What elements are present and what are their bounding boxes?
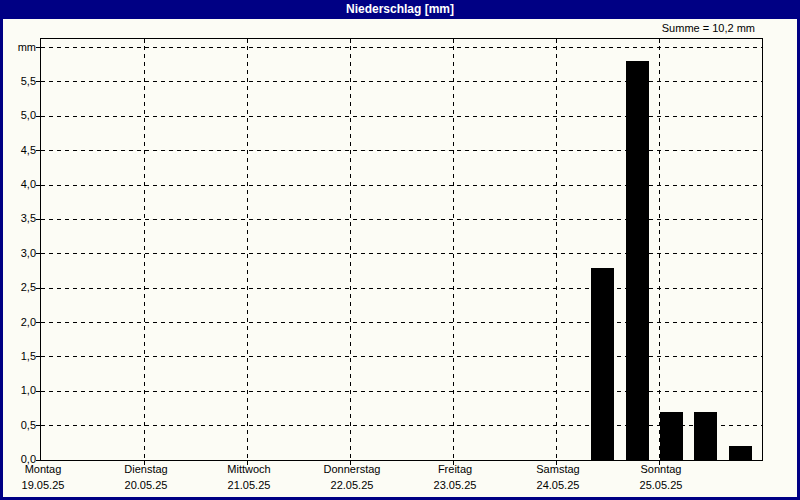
- y-tick-label: 4,0: [3, 178, 36, 191]
- h-gridline: [41, 425, 762, 426]
- y-axis-unit-label: mm: [3, 41, 36, 54]
- precipitation-bar: [729, 446, 752, 460]
- y-axis-tick: [36, 116, 40, 117]
- y-tick-label: 1,5: [3, 350, 36, 363]
- x-axis-top-tick: [144, 39, 145, 43]
- y-axis-tick: [36, 425, 40, 426]
- x-date-label: 20.05.25: [101, 479, 191, 492]
- x-day-label: Sonntag: [616, 463, 706, 476]
- h-gridline: [41, 288, 762, 289]
- x-day-label: Dienstag: [101, 463, 191, 476]
- x-axis-top-tick: [556, 39, 557, 43]
- x-day-label: Mittwoch: [204, 463, 294, 476]
- h-gridline: [41, 253, 762, 254]
- precipitation-bar: [591, 268, 614, 461]
- precipitation-bar: [626, 61, 649, 460]
- y-axis-tick: [36, 185, 40, 186]
- y-axis-tick: [36, 47, 40, 48]
- h-gridline: [41, 322, 762, 323]
- window-titlebar: Niederschlag [mm]: [0, 0, 800, 19]
- x-day-label: Samstag: [513, 463, 603, 476]
- precipitation-bar: [694, 412, 717, 460]
- precipitation-bar: [660, 412, 683, 460]
- y-tick-label: 2,5: [3, 281, 36, 294]
- v-gridline: [144, 46, 145, 460]
- y-axis-tick: [36, 219, 40, 220]
- h-gridline: [41, 356, 762, 357]
- h-gridline: [41, 47, 762, 48]
- h-gridline: [41, 391, 762, 392]
- sum-label: Summe = 10,2 mm: [662, 22, 755, 34]
- y-tick-label: 4,5: [3, 144, 36, 157]
- y-tick-label: 0,5: [3, 419, 36, 432]
- v-gridline: [556, 46, 557, 460]
- y-axis-tick: [36, 356, 40, 357]
- h-gridline: [41, 185, 762, 186]
- y-axis-tick: [36, 391, 40, 392]
- x-date-label: 25.05.25: [616, 479, 706, 492]
- v-gridline: [453, 46, 454, 460]
- y-axis-tick: [36, 288, 40, 289]
- v-gridline: [350, 46, 351, 460]
- h-gridline: [41, 81, 762, 82]
- chart-window: Niederschlag [mm] Summe = 10,2 mm 0,00,5…: [0, 0, 800, 500]
- y-axis-tick: [36, 460, 40, 461]
- h-gridline: [41, 150, 762, 151]
- x-date-label: 21.05.25: [204, 479, 294, 492]
- y-axis-tick: [36, 253, 40, 254]
- y-tick-label: 5,5: [3, 75, 36, 88]
- v-gridline: [659, 46, 660, 460]
- x-axis-top-tick: [350, 39, 351, 43]
- x-date-label: 24.05.25: [513, 479, 603, 492]
- y-axis-tick: [36, 150, 40, 151]
- v-gridline: [247, 46, 248, 460]
- x-day-label: Montag: [0, 463, 88, 476]
- x-day-label: Freitag: [410, 463, 500, 476]
- h-gridline: [41, 219, 762, 220]
- y-tick-label: 1,0: [3, 384, 36, 397]
- x-axis-top-tick: [659, 39, 660, 43]
- y-tick-label: 3,0: [3, 247, 36, 260]
- x-axis-top-tick: [453, 39, 454, 43]
- y-axis-tick: [36, 322, 40, 323]
- x-date-label: 19.05.25: [0, 479, 88, 492]
- y-axis-tick: [36, 81, 40, 82]
- h-gridline: [41, 116, 762, 117]
- x-date-label: 23.05.25: [410, 479, 500, 492]
- x-date-label: 22.05.25: [307, 479, 397, 492]
- y-tick-label: 5,0: [3, 109, 36, 122]
- window-title: Niederschlag [mm]: [346, 2, 454, 16]
- y-tick-label: 2,0: [3, 316, 36, 329]
- x-day-label: Donnerstag: [307, 463, 397, 476]
- plot-area: [40, 38, 763, 461]
- x-axis-top-tick: [247, 39, 248, 43]
- y-tick-label: 3,5: [3, 212, 36, 225]
